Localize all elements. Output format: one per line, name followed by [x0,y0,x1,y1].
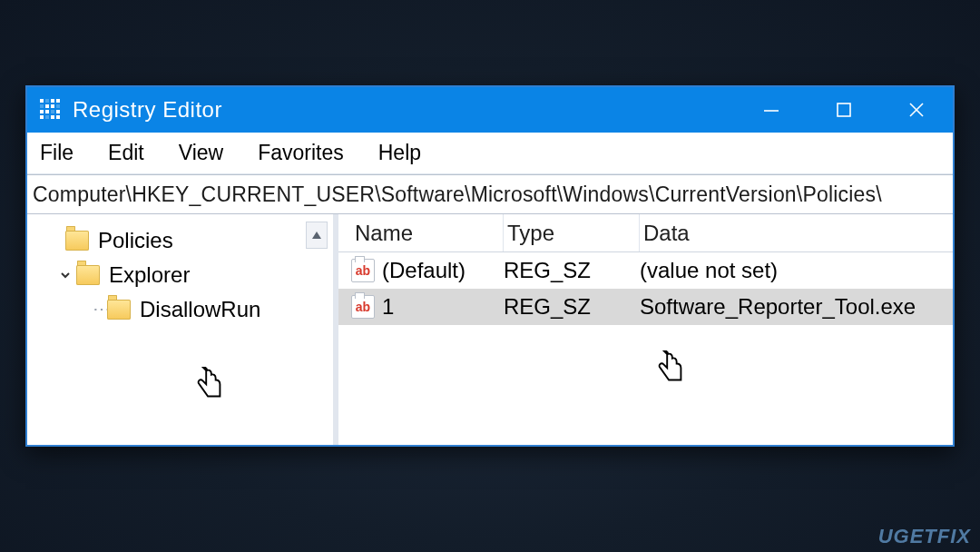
chevron-down-icon [58,269,73,281]
value-data: (value not set) [640,258,953,283]
menu-view[interactable]: View [179,141,223,165]
col-data[interactable]: Data [640,214,953,251]
value-pane: Name Type Data ab (Default) REG_SZ (valu… [336,214,953,445]
menu-edit[interactable]: Edit [108,141,144,165]
value-row-1[interactable]: ab 1 REG_SZ Software_Reporter_Tool.exe [338,289,953,325]
value-row-default[interactable]: ab (Default) REG_SZ (value not set) [338,252,953,289]
svg-marker-4 [312,232,321,239]
string-value-icon: ab [351,295,375,319]
col-name[interactable]: Name [351,214,504,251]
watermark: UGETFIX [878,525,971,548]
tree-node-disallowrun[interactable]: ⋯ DisallowRun [47,292,329,327]
scroll-up-button[interactable] [306,222,328,249]
svg-rect-1 [838,104,850,116]
string-value-icon: ab [351,259,375,282]
value-name: (Default) [382,258,466,283]
col-type[interactable]: Type [504,214,640,251]
tree-label: Policies [98,228,173,253]
registry-editor-window: Registry Editor File Edit View Favorites… [25,85,955,447]
menu-favorites[interactable]: Favorites [258,141,344,165]
titlebar[interactable]: Registry Editor [27,87,953,133]
close-button[interactable] [880,87,953,133]
folder-icon [65,231,89,251]
value-name: 1 [382,294,394,320]
tree-node-policies[interactable]: Policies [47,223,329,258]
menubar: File Edit View Favorites Help [27,133,953,174]
tree-label: DisallowRun [140,297,260,322]
folder-icon [76,265,100,285]
window-title: Registry Editor [73,97,735,123]
value-type: REG_SZ [504,258,640,283]
value-data: Software_Reporter_Tool.exe [640,294,953,320]
value-header[interactable]: Name Type Data [338,214,953,252]
menu-help[interactable]: Help [378,141,421,165]
value-type: REG_SZ [504,294,640,320]
address-bar[interactable]: Computer\HKEY_CURRENT_USER\Software\Micr… [27,174,953,214]
menu-file[interactable]: File [40,141,74,165]
tree-pane[interactable]: Policies Explorer ⋯ DisallowRun [27,214,336,445]
tree-node-explorer[interactable]: Explorer [47,258,329,292]
tree-label: Explorer [109,262,190,288]
minimize-button[interactable] [735,87,808,133]
app-icon [40,99,60,119]
window-controls [735,87,953,133]
work-area: Policies Explorer ⋯ DisallowRun Name Typ… [27,214,953,445]
address-path: Computer\HKEY_CURRENT_USER\Software\Micr… [33,182,882,207]
maximize-button[interactable] [808,87,880,133]
folder-icon [107,300,131,320]
